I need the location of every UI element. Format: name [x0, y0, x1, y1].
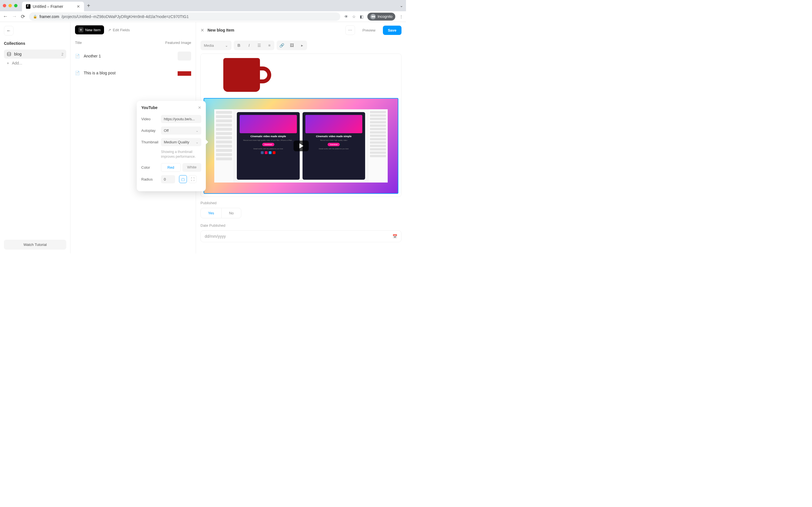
radius-input[interactable]: 0 [161, 175, 175, 183]
sidebar: ← Collections blog 2 + Add... Watch Tuto… [0, 22, 70, 253]
published-yes-option[interactable]: Yes [201, 208, 221, 218]
browser-tab-bar: Untitled – Framer ✕ + ⌄ [0, 0, 406, 11]
numbered-list-button[interactable]: ≡ [264, 41, 274, 50]
document-icon: 📄 [75, 54, 80, 58]
database-icon [7, 52, 11, 56]
items-list-panel: + New Item ↗ Edit Fields Title Featured … [70, 22, 196, 253]
maximize-window-icon[interactable] [14, 4, 17, 7]
new-tab-button[interactable]: + [87, 3, 90, 9]
url-path: /projects/Untitled--mZ98oDWaPJyDRgKHm9n8… [61, 14, 189, 19]
thumbnail-label: Thumbnail [141, 140, 159, 144]
bookmark-star-icon[interactable]: ☆ [352, 14, 356, 19]
radius-label: Radius [141, 177, 159, 181]
link-button[interactable]: 🔗 [276, 41, 287, 50]
youtube-settings-popover: YouTube ✕ Video https://youtu.be/s... Au… [137, 101, 206, 191]
edit-fields-button[interactable]: ↗ Edit Fields [108, 28, 130, 32]
window-controls [3, 4, 17, 7]
thumbnail-select[interactable]: Medium Quality ⌄ [161, 138, 201, 146]
date-published-input[interactable]: dd/mm/yyyy 📅 [200, 230, 402, 242]
more-options-button[interactable]: ⋯ [345, 25, 355, 35]
editor-title: New blog Item [207, 28, 234, 33]
incognito-badge: 🕶 Incognito [367, 13, 395, 20]
browser-tab[interactable]: Untitled – Framer ✕ [22, 2, 84, 11]
url-domain: framer.com [40, 14, 59, 19]
svg-point-0 [7, 52, 11, 54]
mug-image [223, 58, 260, 92]
close-tab-icon[interactable]: ✕ [77, 4, 80, 9]
rich-text-toolbar: Media ⌄ B I ☰ ≡ 🔗 🖼 ▸ [196, 38, 406, 52]
table-header: Title Featured Image [70, 38, 196, 48]
add-collection-button[interactable]: + Add... [4, 59, 66, 68]
close-editor-button[interactable]: ✕ [200, 27, 204, 33]
video-preview-sidebar [214, 109, 234, 182]
play-button-icon[interactable] [294, 140, 309, 151]
collection-count: 2 [61, 52, 63, 56]
block-type-select[interactable]: Media ⌄ [200, 41, 232, 50]
video-button[interactable]: ▸ [297, 41, 307, 50]
bold-button[interactable]: B [234, 41, 244, 50]
video-url-input[interactable]: https://youtu.be/s... [161, 115, 201, 123]
incognito-icon: 🕶 [370, 14, 376, 19]
color-option-white[interactable]: White [183, 163, 202, 172]
incognito-label: Incognito [377, 14, 393, 18]
address-bar[interactable]: 🔒 framer.com/projects/Untitled--mZ98oDWa… [29, 12, 340, 21]
youtube-embed-block[interactable]: ⊞InsertLayoutCMSTextFrameTextCMS Desktop… [204, 98, 398, 194]
eye-off-icon[interactable]: 👁 [344, 14, 348, 19]
published-no-option[interactable]: No [221, 208, 241, 218]
minimize-window-icon[interactable] [8, 4, 12, 7]
framer-favicon-icon [26, 4, 31, 9]
back-to-project-button[interactable]: ← [4, 26, 13, 36]
video-preview-card: Cinematic video made simple Record and s… [237, 112, 300, 180]
plus-icon: + [79, 27, 84, 33]
reload-button[interactable]: ⟳ [21, 13, 25, 20]
chevron-down-icon: ⌄ [196, 140, 199, 144]
color-option-red[interactable]: Red [161, 163, 181, 172]
extensions-icon[interactable]: ◧ [360, 14, 363, 19]
published-label: Published [200, 201, 402, 205]
row-title: Another 1 [84, 54, 174, 58]
table-row[interactable]: 📄 Another 1 [70, 48, 196, 64]
table-row[interactable]: 📄 This is a blog post [70, 64, 196, 81]
video-preview-inspector [368, 109, 388, 182]
image-button[interactable]: 🖼 [287, 41, 297, 50]
bullet-list-button[interactable]: ☰ [254, 41, 264, 50]
collection-item-blog[interactable]: blog 2 [4, 50, 66, 59]
collection-name: blog [14, 52, 21, 56]
italic-button[interactable]: I [244, 41, 254, 50]
chevron-down-icon: ⌄ [225, 43, 228, 48]
collections-heading: Collections [4, 41, 66, 46]
back-button[interactable]: ← [3, 13, 8, 19]
row-title: This is a blog post [84, 71, 174, 75]
close-window-icon[interactable] [3, 4, 6, 7]
radius-uniform-icon[interactable]: ▢ [179, 175, 187, 183]
autoplay-label: Autoplay [141, 128, 159, 133]
chevron-down-icon: ⌄ [196, 129, 199, 133]
close-popover-button[interactable]: ✕ [198, 105, 201, 110]
calendar-icon: 📅 [393, 234, 397, 238]
radius-per-corner-icon[interactable]: ⛶ [189, 175, 197, 183]
tabs-overflow-icon[interactable]: ⌄ [400, 3, 403, 8]
forward-button: → [12, 13, 17, 19]
add-label: Add... [12, 61, 22, 65]
save-button[interactable]: Save [383, 25, 402, 35]
kebab-menu-icon[interactable]: ⋮ [399, 14, 403, 19]
lock-icon: 🔒 [33, 15, 37, 18]
video-preview-card: Cinematic video made simple Record and s… [303, 112, 365, 180]
color-label: Color [141, 165, 159, 170]
column-featured-image: Featured Image [165, 41, 191, 45]
editor-panel: ✕ New blog Item ⋯ Preview Save Media ⌄ B… [196, 22, 406, 253]
video-label: Video [141, 117, 159, 121]
preview-button[interactable]: Preview [358, 26, 379, 35]
popover-title: YouTube [141, 105, 158, 110]
column-title: Title [75, 41, 165, 45]
autoplay-select[interactable]: Off ⌄ [161, 126, 201, 135]
new-item-button[interactable]: + New Item [75, 25, 104, 34]
browser-toolbar: ← → ⟳ 🔒 framer.com/projects/Untitled--mZ… [0, 11, 406, 22]
editor-content[interactable]: ⊞InsertLayoutCMSTextFrameTextCMS Desktop… [200, 54, 402, 197]
thumbnail-hint: Showing a thumbnail improves performance… [161, 150, 201, 159]
featured-image-thumb [177, 68, 191, 77]
published-toggle: Yes No [200, 208, 241, 218]
document-icon: 📄 [75, 71, 80, 75]
watch-tutorial-button[interactable]: Watch Tutorial [4, 240, 66, 249]
image-block[interactable] [201, 54, 401, 95]
